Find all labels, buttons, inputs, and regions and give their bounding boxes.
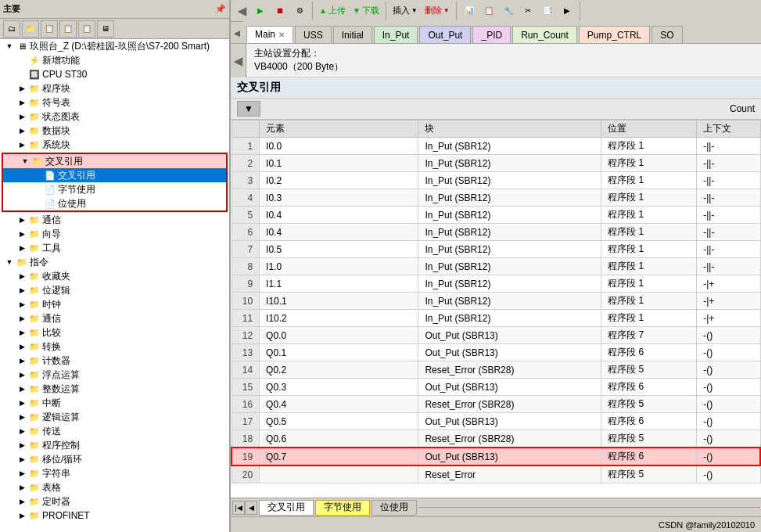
tree-interrupt[interactable]: ▶ 📁 中断 bbox=[0, 396, 229, 410]
tree-table[interactable]: ▶ 📁 表格 bbox=[0, 480, 229, 494]
tree-root[interactable]: ▼ 🖥 玖照台_Z (D:\碧桂园-玖照台\S7-200 Smart) bbox=[0, 39, 229, 53]
table-row[interactable]: 14 Q0.2 Reset_Error (SBR28) 程序段 5 -() bbox=[232, 361, 760, 379]
table-row[interactable]: 20 Reset_Error 程序段 5 -() bbox=[232, 466, 760, 483]
table-row[interactable]: 5 I0.4 In_Put (SBR12) 程序段 1 -||- bbox=[232, 207, 760, 224]
table-row[interactable]: 7 I0.5 In_Put (SBR12) 程序段 1 -||- bbox=[232, 241, 760, 258]
tree-status-chart[interactable]: ▶ 📁 状态图表 bbox=[0, 110, 229, 124]
misc-btn-2[interactable]: 📋 bbox=[479, 2, 498, 20]
tree-timer[interactable]: ▶ 📁 定时器 bbox=[0, 494, 229, 509]
tab-initial[interactable]: Initial bbox=[333, 26, 372, 43]
tab-main[interactable]: Main ✕ bbox=[246, 26, 293, 43]
toolbar-btn-2[interactable]: 📁 bbox=[22, 20, 39, 38]
tree-convert[interactable]: ▶ 📁 转换 bbox=[0, 340, 229, 354]
tree-data-block[interactable]: ▶ 📁 数据块 bbox=[0, 124, 229, 138]
cross-ref-filter-btn[interactable]: ▼ bbox=[237, 101, 260, 117]
content-nav-left[interactable]: ◀ bbox=[231, 44, 246, 77]
exp-bit-logic: ▶ bbox=[16, 284, 28, 297]
tree-float-calc[interactable]: ▶ 📁 浮点运算 bbox=[0, 368, 229, 382]
bottom-nav-first[interactable]: |◀ bbox=[232, 501, 245, 515]
tab-uss[interactable]: USS bbox=[295, 26, 332, 43]
tree-profinet[interactable]: ▶ 📁 PROFINET bbox=[0, 509, 229, 523]
table-row[interactable]: 6 I0.4 In_Put (SBR12) 程序段 1 -||- bbox=[232, 224, 760, 241]
table-row[interactable]: 11 I10.2 In_Put (SBR12) 程序段 1 -|+ bbox=[232, 310, 760, 327]
tab-in-put[interactable]: In_Put bbox=[374, 26, 418, 43]
icon-sys: 📁 bbox=[28, 138, 41, 151]
table-row[interactable]: 2 I0.1 In_Put (SBR12) 程序段 1 -||- bbox=[232, 155, 760, 172]
tree-cross-ref-item[interactable]: 📄 交叉引用 bbox=[3, 168, 226, 182]
tree-new-func[interactable]: ⚡ 新增功能 bbox=[0, 53, 229, 67]
bottom-separator bbox=[418, 507, 759, 508]
tree-comms[interactable]: ▶ 📁 通信 bbox=[0, 213, 229, 227]
tree-bit-use[interactable]: 📄 位使用 bbox=[3, 196, 226, 210]
tree-guide[interactable]: ▶ 📁 向导 bbox=[0, 227, 229, 241]
misc-btn-3[interactable]: 🔧 bbox=[499, 2, 518, 20]
tree-prog-ctrl[interactable]: ▶ 📁 程序控制 bbox=[0, 438, 229, 452]
tab-main-close[interactable]: ✕ bbox=[278, 31, 285, 39]
tab-run-count[interactable]: Run_Count bbox=[512, 26, 577, 43]
misc-btn-6[interactable]: ▶ bbox=[558, 2, 576, 20]
tree-sys-block[interactable]: ▶ 📁 系统块 bbox=[0, 138, 229, 152]
tree-tools[interactable]: ▶ 📁 工具 bbox=[0, 241, 229, 255]
table-row[interactable]: 10 I10.1 In_Put (SBR12) 程序段 1 -|+ bbox=[232, 293, 760, 310]
bottom-tab-bit-use[interactable]: 位使用 bbox=[372, 500, 417, 516]
table-row[interactable]: 12 Q0.0 Out_Put (SBR13) 程序段 7 -() bbox=[232, 327, 760, 344]
toolbar-btn-monitor[interactable]: 🖥 bbox=[97, 20, 114, 38]
table-row[interactable]: 8 I1.0 In_Put (SBR12) 程序段 1 -||- bbox=[232, 258, 760, 275]
table-row[interactable]: 3 I0.2 In_Put (SBR12) 程序段 1 -||- bbox=[232, 172, 760, 189]
table-row[interactable]: 19 Q0.7 Out_Put (SBR13) 程序段 6 -() bbox=[232, 448, 760, 466]
download-btn[interactable]: ▼ 下载 bbox=[350, 2, 382, 20]
tree-int-calc[interactable]: ▶ 📁 整数运算 bbox=[0, 382, 229, 396]
run-btn[interactable]: ▶ bbox=[251, 2, 270, 20]
toolbar-btn-1[interactable]: 🗂 bbox=[3, 20, 20, 38]
table-row[interactable]: 18 Q0.6 Reset_Error (SBR28) 程序段 5 -() bbox=[232, 430, 760, 448]
bottom-nav-prev[interactable]: ◀ bbox=[245, 501, 257, 515]
toolbar-btn-3[interactable]: 📋 bbox=[41, 20, 58, 38]
tree-bit-logic[interactable]: ▶ 📁 位逻辑 bbox=[0, 283, 229, 297]
tab-nav-left[interactable]: ◀ bbox=[231, 23, 243, 43]
tree-shift[interactable]: ▶ 📁 移位/循环 bbox=[0, 452, 229, 466]
icon-new-func: ⚡ bbox=[28, 54, 41, 66]
table-row[interactable]: 4 I0.3 In_Put (SBR12) 程序段 1 -||- bbox=[232, 189, 760, 207]
tree-cpu[interactable]: 🔲 CPU ST30 bbox=[0, 67, 229, 81]
delete-btn[interactable]: 删除 ▼ bbox=[422, 2, 453, 20]
label-counter: 计数器 bbox=[41, 354, 70, 368]
stop-btn[interactable]: ⏹ bbox=[271, 2, 289, 20]
table-row[interactable]: 17 Q0.5 Out_Put (SBR13) 程序段 6 -() bbox=[232, 413, 760, 430]
tree-prog-block[interactable]: ▶ 📁 程序块 bbox=[0, 81, 229, 95]
tree-transfer[interactable]: ▶ 📁 传送 bbox=[0, 424, 229, 438]
tab-out-put[interactable]: Out_Put bbox=[419, 26, 471, 43]
tab-pump-ctrl[interactable]: Pump_CTRL bbox=[579, 26, 650, 43]
table-row[interactable]: 1 I0.0 In_Put (SBR12) 程序段 1 -||- bbox=[232, 138, 760, 155]
tree-favorites[interactable]: ▶ 📁 收藏夹 bbox=[0, 269, 229, 283]
tree-compare[interactable]: ▶ 📁 比较 bbox=[0, 325, 229, 340]
cross-ref-table-container[interactable]: 元素 块 位置 上下文 1 I0.0 In_Put (SBR12) 程序段 1 … bbox=[231, 120, 761, 498]
tree-string[interactable]: ▶ 📁 字符串 bbox=[0, 466, 229, 480]
insert-btn[interactable]: 插入 ▼ bbox=[389, 2, 421, 20]
toolbar-btn-4[interactable]: 📋 bbox=[59, 20, 77, 38]
row-context: -||- bbox=[697, 138, 760, 155]
tree-cross-ref[interactable]: ▼ 📁 交叉引用 bbox=[3, 154, 226, 168]
tab-so[interactable]: SO bbox=[652, 26, 682, 43]
tree-inst-root[interactable]: ▼ 📁 指令 bbox=[0, 255, 229, 269]
tree-comms2[interactable]: ▶ 📁 通信 bbox=[0, 311, 229, 325]
tree-symbol[interactable]: ▶ 📁 符号表 bbox=[0, 95, 229, 110]
table-row[interactable]: 15 Q0.3 Out_Put (SBR13) 程序段 6 -() bbox=[232, 379, 760, 396]
tree-byte-use[interactable]: 📄 字节使用 bbox=[3, 182, 226, 196]
tab-pid[interactable]: _PID bbox=[472, 26, 511, 43]
upload-btn[interactable]: ▲ 上传 bbox=[316, 2, 349, 20]
bottom-tab-byte-use[interactable]: 字节使用 bbox=[315, 500, 370, 516]
nav-left[interactable]: ◀ bbox=[234, 2, 249, 20]
tree-clock[interactable]: ▶ 📁 时钟 bbox=[0, 297, 229, 311]
table-row[interactable]: 13 Q0.1 Out_Put (SBR13) 程序段 6 -() bbox=[232, 344, 760, 361]
toolbar-btn-5[interactable]: 📋 bbox=[78, 20, 95, 38]
misc-btn-4[interactable]: ✂ bbox=[519, 2, 537, 20]
tree-counter[interactable]: ▶ 📁 计数器 bbox=[0, 354, 229, 368]
misc-btn-5[interactable]: 📑 bbox=[538, 2, 557, 20]
left-panel-pin[interactable]: 📌 bbox=[215, 4, 226, 14]
misc-btn-1[interactable]: 📊 bbox=[460, 2, 479, 20]
table-row[interactable]: 9 I1.1 In_Put (SBR12) 程序段 1 -|+ bbox=[232, 275, 760, 293]
table-row[interactable]: 16 Q0.4 Reset_Error (SBR28) 程序段 5 -() bbox=[232, 396, 760, 413]
bottom-tab-cross-ref[interactable]: 交叉引用 bbox=[259, 500, 314, 516]
compile-btn[interactable]: ⚙ bbox=[290, 2, 309, 20]
tree-logic-op[interactable]: ▶ 📁 逻辑运算 bbox=[0, 410, 229, 424]
